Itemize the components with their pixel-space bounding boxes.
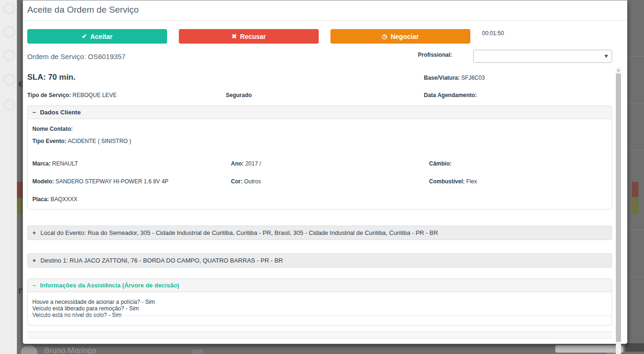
gearbox-label: Câmbio: bbox=[429, 160, 452, 167]
color-value: Outros bbox=[244, 178, 261, 185]
vehicle-row-2: Modelo: SANDERO STEPWAY HI-POWER 1.6 8V … bbox=[32, 178, 607, 190]
insured-label: Segurado bbox=[226, 92, 424, 98]
assistance-info-panel-header[interactable]: − Informações da Assistência (Árvore de … bbox=[28, 279, 612, 292]
sla-base-row: SLA: 70 min. Base/Viatura: SFJ6C03 bbox=[27, 73, 612, 82]
service-order-label: Ordem de Serviço: bbox=[27, 53, 86, 60]
professional-select[interactable]: ▾ bbox=[473, 50, 612, 63]
negotiate-button[interactable]: ◷ Negociar bbox=[330, 29, 470, 44]
background-left-toolbar bbox=[0, 0, 17, 354]
event-type-label: Tipo Evento: bbox=[32, 138, 66, 144]
background-user-name: Bruno Maringa bbox=[44, 346, 97, 354]
refuse-button[interactable]: ✖ Recusar bbox=[179, 29, 319, 44]
collapse-icon: − bbox=[32, 109, 36, 116]
background-time: 16:45 bbox=[606, 351, 617, 354]
expand-icon: + bbox=[32, 229, 36, 236]
check-icon: ✔ bbox=[82, 33, 87, 40]
base-vehicle-value: SFJ6C03 bbox=[461, 75, 485, 81]
decision-line: Houve a necessidade de acionar a polícia… bbox=[32, 299, 607, 305]
background-row-red bbox=[632, 182, 638, 197]
decision-line: Veículo está liberado para remoção? - Si… bbox=[32, 305, 607, 312]
accept-button[interactable]: ✔ Aceitar bbox=[27, 29, 167, 44]
color-field: Cor: Outros bbox=[231, 178, 429, 185]
gearbox-field: Câmbio: bbox=[429, 160, 607, 167]
plate-field: Placa: BAQXXXX bbox=[32, 196, 607, 203]
brand-label: Marca: bbox=[32, 160, 51, 167]
chevron-down-icon: ▾ bbox=[605, 52, 608, 60]
year-field: Ano: 2017 / bbox=[231, 160, 429, 167]
background-timestamp: 1635 bbox=[192, 349, 203, 354]
collapse-icon: − bbox=[32, 282, 36, 289]
model-value: SANDERO STEPWAY HI-POWER 1.6 8V 4P bbox=[55, 178, 169, 185]
service-type-value: REBOQUE LEVE bbox=[72, 92, 116, 98]
fuel-field: Combustível: Flex bbox=[429, 178, 607, 185]
service-type-row: Tipo de Serviço: REBOQUE LEVE Segurado D… bbox=[27, 92, 612, 98]
background-grid-line bbox=[627, 103, 644, 104]
negotiate-button-label: Negociar bbox=[391, 33, 419, 40]
modal-header: Aceite da Ordem de Serviço bbox=[23, 0, 627, 21]
year-value: 2017 / bbox=[245, 160, 261, 167]
scroll-up-icon[interactable]: ▲ bbox=[616, 68, 621, 73]
event-location-text: Local do Evento: Rua do Semeador, 305 - … bbox=[40, 229, 438, 236]
event-type-field: Tipo Evento: ACIDENTE ( SINISTRO ) bbox=[32, 138, 607, 144]
contact-name-field: Nome Contato: bbox=[32, 126, 607, 132]
modal-body: ✔ Aceitar ✖ Recusar ◷ Negociar 00:01:50 … bbox=[23, 21, 627, 344]
modal-title: Aceite da Ordem de Serviço bbox=[27, 5, 620, 15]
x-icon: ✖ bbox=[231, 33, 237, 40]
toolbar-icon bbox=[4, 3, 15, 14]
client-data-panel: − Dados Cliente Nome Contato: Tipo Event… bbox=[27, 105, 612, 210]
assistance-info-panel: − Informações da Assistência (Árvore de … bbox=[27, 279, 612, 325]
year-label: Ano: bbox=[231, 160, 244, 167]
background-grid-line bbox=[627, 150, 644, 151]
event-type-value: ACIDENTE ( SINISTRO ) bbox=[68, 138, 131, 144]
destination-bar[interactable]: + Destino 1: RUA JACO ZATTONI, 76 - BORD… bbox=[27, 253, 612, 268]
accept-button-label: Aceitar bbox=[90, 33, 112, 40]
background-grid-line bbox=[627, 56, 644, 57]
model-label: Modelo: bbox=[32, 178, 54, 185]
client-data-panel-title: Dados Cliente bbox=[40, 109, 81, 116]
service-type-label: Tipo de Serviço: bbox=[27, 92, 71, 98]
vehicle-row-1: Marca: RENAULT Ano: 2017 / Câmbio: bbox=[32, 160, 607, 173]
section-divider bbox=[27, 316, 612, 316]
background-dark-block bbox=[625, 343, 644, 352]
service-order-number: Ordem de Serviço: OS6019357 bbox=[27, 50, 125, 60]
scrollbar-thumb[interactable] bbox=[616, 74, 621, 342]
background-grid-line bbox=[627, 230, 644, 230]
plate-value: BAQXXXX bbox=[51, 196, 77, 203]
modal-scrollbar[interactable]: ▲ ▼ bbox=[616, 68, 621, 354]
event-location-bar[interactable]: + Local do Evento: Rua do Semeador, 305 … bbox=[27, 226, 612, 240]
fuel-value: Flex bbox=[466, 178, 477, 185]
brand-field: Marca: RENAULT bbox=[32, 160, 231, 167]
assistance-info-panel-title: Informações da Assistência (Árvore de de… bbox=[40, 282, 179, 289]
contact-name-label: Nome Contato: bbox=[32, 126, 73, 132]
professional-label: Profissional: bbox=[418, 52, 452, 58]
order-professional-row: Ordem de Serviço: OS6019357 Profissional… bbox=[27, 50, 612, 63]
background-grid-line bbox=[627, 277, 644, 277]
client-data-panel-body: Nome Contato: Tipo Evento: ACIDENTE ( SI… bbox=[28, 119, 612, 209]
service-order-value: OS6019357 bbox=[88, 53, 125, 60]
service-order-accept-modal: Aceite da Ordem de Serviço ✔ Aceitar ✖ R… bbox=[23, 0, 628, 344]
toolbar-icon bbox=[4, 99, 15, 111]
color-label: Cor: bbox=[231, 178, 243, 185]
brand-value: RENAULT bbox=[52, 160, 78, 167]
assistance-info-panel-body: Houve a necessidade de acionar a polícia… bbox=[28, 292, 612, 325]
toolbar-icon bbox=[4, 50, 15, 61]
background-row-green bbox=[632, 197, 638, 214]
destination-text: Destino 1: RUA JACO ZATTONI, 76 - BORDA … bbox=[40, 257, 283, 264]
action-button-row: ✔ Aceitar ✖ Recusar ◷ Negociar 00:01:50 bbox=[27, 29, 612, 44]
base-vehicle-label: Base/Viatura: bbox=[424, 75, 460, 81]
next-section-stub bbox=[27, 331, 612, 339]
base-vehicle-field: Base/Viatura: SFJ6C03 bbox=[424, 75, 612, 81]
background-row-red bbox=[17, 182, 23, 198]
service-type-field: Tipo de Serviço: REBOQUE LEVE bbox=[27, 92, 226, 98]
model-field: Modelo: SANDERO STEPWAY HI-POWER 1.6 8V … bbox=[32, 178, 231, 185]
toolbar-icon bbox=[4, 26, 15, 38]
expand-icon: + bbox=[32, 257, 36, 264]
toolbar-icon bbox=[4, 74, 15, 85]
background-row-green bbox=[17, 198, 23, 214]
plate-label: Placa: bbox=[32, 196, 49, 203]
clock-icon: ◷ bbox=[382, 33, 387, 40]
sla-text: SLA: 70 min. bbox=[27, 73, 226, 82]
countdown-timer: 00:01:50 bbox=[482, 29, 504, 37]
schedule-date-field: Data Agendamento: bbox=[424, 92, 612, 98]
client-data-panel-header[interactable]: − Dados Cliente bbox=[28, 106, 612, 119]
